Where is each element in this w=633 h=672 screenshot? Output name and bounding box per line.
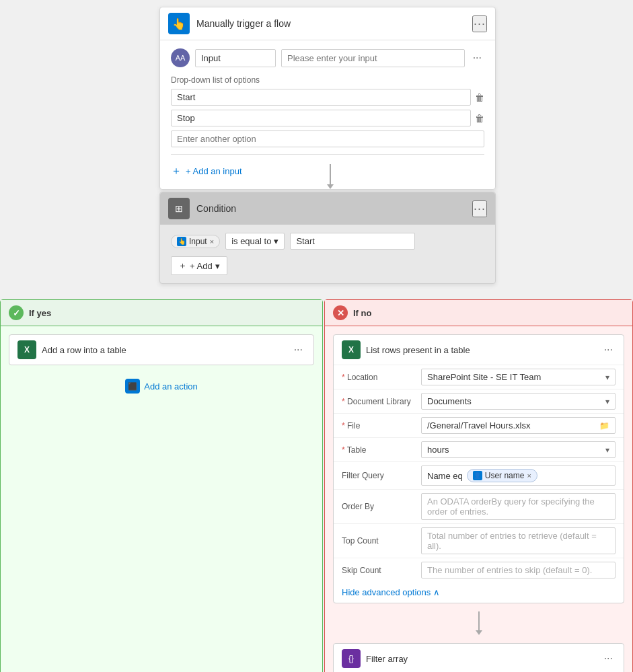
condition-title: Condition xyxy=(196,203,466,214)
list-rows-header: X List rows present in a table ··· xyxy=(334,335,624,365)
if-yes-add-action-button[interactable]: ⬛ Add an action xyxy=(125,373,198,399)
top-count-row: Top Count Total number of entries to ret… xyxy=(334,523,624,558)
trigger-card: 👆 Manually trigger a flow ··· AA ··· Dro… xyxy=(159,7,496,190)
arrow-trigger-condition xyxy=(327,164,334,189)
excel-icon: X xyxy=(17,340,36,359)
add-action-icon: ⬛ xyxy=(125,379,140,394)
condition-add-button[interactable]: ＋ + Add ▾ xyxy=(171,256,227,275)
token-icon: 👆 xyxy=(177,237,186,246)
option-start-input[interactable] xyxy=(171,89,471,106)
filter-chip-label: User name xyxy=(485,471,525,480)
operator-label: is equal to xyxy=(231,236,271,246)
order-by-row: Order By An ODATA orderBy query for spec… xyxy=(334,489,624,523)
bottom-row: ✓ If yes X Add a row into a table ··· ⬛ … xyxy=(0,299,633,672)
filter-query-content: Name eq 👤 User name × xyxy=(427,469,537,482)
file-label: * File xyxy=(342,421,416,431)
if-yes-section: ✓ If yes X Add a row into a table ··· ⬛ … xyxy=(0,299,323,672)
no-badge: ✕ xyxy=(333,305,348,320)
hide-advanced-options[interactable]: Hide advanced options ∧ xyxy=(334,582,624,603)
filter-query-value: Name eq 👤 User name × xyxy=(421,465,616,486)
if-yes-add-action-label: Add an action xyxy=(144,381,198,391)
dropdown-list-label: Drop-down list of options xyxy=(171,75,484,85)
input-placeholder-field[interactable] xyxy=(281,49,465,67)
file-value[interactable]: /General/Travel Hours.xlsx 📁 xyxy=(421,417,616,434)
order-by-label: Order By xyxy=(342,502,416,511)
condition-value-input[interactable] xyxy=(290,233,415,250)
option-stop-input[interactable] xyxy=(171,110,471,126)
input-label-field[interactable] xyxy=(195,49,276,67)
add-input-button[interactable]: ＋ + Add an input xyxy=(171,161,242,181)
delete-start-button[interactable]: 🗑 xyxy=(475,92,484,103)
dropdown-option-enter xyxy=(171,130,484,147)
filter-array-menu-button[interactable]: ··· xyxy=(601,650,616,667)
skip-count-value[interactable]: The number of entries to skip (default =… xyxy=(421,562,616,578)
arrow-list-filter xyxy=(325,611,632,635)
filter-chip-icon: 👤 xyxy=(473,471,482,480)
condition-header: ⊞ Condition ··· xyxy=(160,192,495,225)
file-folder-icon: 📁 xyxy=(599,421,609,431)
list-rows-excel-icon: X xyxy=(342,340,361,359)
hide-advanced-chevron: ∧ xyxy=(433,587,440,597)
filter-chip-close[interactable]: × xyxy=(527,472,531,480)
doc-library-chevron: ▾ xyxy=(605,397,609,406)
table-chevron: ▾ xyxy=(605,445,609,455)
list-rows-card: X List rows present in a table ··· * Loc… xyxy=(333,334,624,603)
table-value[interactable]: hours ▾ xyxy=(421,441,616,458)
filter-query-label: Filter Query xyxy=(342,471,416,480)
table-row-field: * Table hours ▾ xyxy=(334,437,624,461)
condition-menu-button[interactable]: ··· xyxy=(472,200,487,217)
trigger-icon: 👆 xyxy=(168,13,190,34)
if-no-header: ✕ If no xyxy=(325,300,632,326)
if-no-label: If no xyxy=(353,308,371,318)
list-rows-title: List rows present in a table xyxy=(366,345,596,355)
doc-library-value[interactable]: Documents ▾ xyxy=(421,393,616,410)
add-row-card: X Add a row into a table ··· xyxy=(9,334,314,365)
token-label: Input xyxy=(189,237,207,246)
location-label: * Location xyxy=(342,373,416,382)
filter-chip: 👤 User name × xyxy=(467,469,537,482)
filter-array-header: {} Filter array ··· xyxy=(334,644,624,672)
add-input-icon: ＋ xyxy=(171,164,182,178)
top-count-value[interactable]: Total number of entries to retrieve (def… xyxy=(421,527,616,554)
filter-array-icon: {} xyxy=(342,649,361,668)
skip-count-row: Skip Count The number of entries to skip… xyxy=(334,558,624,582)
yes-badge: ✓ xyxy=(9,305,24,320)
location-row: * Location SharePoint Site - SE IT Team … xyxy=(334,365,624,389)
if-yes-header: ✓ If yes xyxy=(1,300,322,326)
option-enter-input[interactable] xyxy=(171,130,484,147)
condition-row: 👆 Input × is equal to ▾ xyxy=(171,233,484,250)
trigger-title: Manually trigger a flow xyxy=(196,18,466,29)
if-no-section: ✕ If no X List rows present in a table ·… xyxy=(324,299,633,672)
trigger-card-header: 👆 Manually trigger a flow ··· xyxy=(160,7,495,40)
if-yes-label: If yes xyxy=(29,308,51,318)
filter-prefix: Name eq xyxy=(427,471,463,481)
filter-array-title: Filter array xyxy=(366,654,596,664)
doc-library-row: * Document Library Documents ▾ xyxy=(334,389,624,413)
condition-card: ⊞ Condition ··· 👆 Input × is equal to ▾ … xyxy=(159,192,496,284)
delete-stop-button[interactable]: 🗑 xyxy=(475,113,484,124)
add-icon: ＋ xyxy=(178,260,187,272)
order-by-value[interactable]: An ODATA orderBy query for specifying th… xyxy=(421,493,616,520)
add-chevron: ▾ xyxy=(215,261,220,271)
avatar: AA xyxy=(171,48,190,67)
dropdown-option-start: 🗑 xyxy=(171,89,484,106)
file-row: * File /General/Travel Hours.xlsx 📁 xyxy=(334,413,624,437)
condition-icon: ⊞ xyxy=(168,198,190,219)
top-count-label: Top Count xyxy=(342,536,416,546)
location-value[interactable]: SharePoint Site - SE IT Team ▾ xyxy=(421,369,616,385)
trigger-menu-button[interactable]: ··· xyxy=(472,15,487,32)
list-rows-menu-button[interactable]: ··· xyxy=(601,341,616,359)
add-row-header: X Add a row into a table ··· xyxy=(9,335,313,365)
add-row-menu-button[interactable]: ··· xyxy=(291,341,305,359)
input-menu-button[interactable]: ··· xyxy=(470,49,484,67)
operator-dropdown[interactable]: is equal to ▾ xyxy=(225,233,285,250)
add-row-title: Add a row into a table xyxy=(42,345,286,355)
location-chevron: ▾ xyxy=(605,373,609,382)
dropdown-option-stop: 🗑 xyxy=(171,110,484,126)
token-close-button[interactable]: × xyxy=(210,237,214,246)
add-input-label: + Add an input xyxy=(186,166,242,176)
add-label: + Add xyxy=(190,261,213,271)
table-label: * Table xyxy=(342,445,416,455)
condition-body: 👆 Input × is equal to ▾ ＋ + Add ▾ xyxy=(160,225,495,283)
operator-chevron: ▾ xyxy=(274,236,278,246)
